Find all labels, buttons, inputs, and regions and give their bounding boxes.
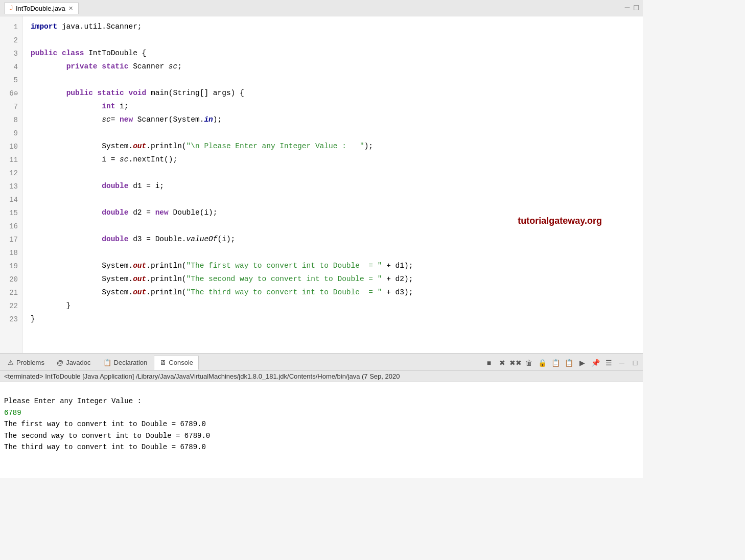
java-file-icon: J <box>10 5 13 12</box>
tab-label-declaration: Declaration <box>114 359 148 366</box>
console-line <box>4 384 639 395</box>
code-line: sc= new Scanner(System.in); <box>31 113 635 127</box>
tab-area: J IntToDouble.java ✕ <box>4 3 79 14</box>
console-menu-button[interactable]: ☰ <box>603 357 614 368</box>
bottom-panel: ⚠Problems@Javadoc📋Declaration🖥Console ■ … <box>0 354 643 478</box>
remove-all-button[interactable]: ✖✖ <box>510 357 521 368</box>
line-number: 12 <box>0 167 22 180</box>
tab-icon-declaration: 📋 <box>103 359 111 366</box>
tab-label-console: Console <box>169 359 193 366</box>
line-number: 18 <box>0 246 22 260</box>
line-number: 14 <box>0 193 22 206</box>
window-controls: ─ □ <box>625 4 639 12</box>
line-number: 13 <box>0 180 22 193</box>
code-line: i = sc.nextInt(); <box>31 153 635 167</box>
terminate-button[interactable]: ✖ <box>497 357 508 368</box>
run-button[interactable]: ▶ <box>576 357 588 368</box>
line-number: 3 <box>0 47 22 60</box>
line-number: 10 <box>0 140 22 153</box>
code-line <box>31 167 635 180</box>
code-line <box>31 193 635 206</box>
editor-tab[interactable]: J IntToDouble.java ✕ <box>4 3 79 14</box>
title-bar: J IntToDouble.java ✕ ─ □ <box>0 0 643 16</box>
line-number: 15 <box>0 206 22 220</box>
console-tab-console[interactable]: 🖥Console <box>154 356 199 370</box>
code-line: System.out.println("The second way to co… <box>31 273 635 286</box>
line-number: 20 <box>0 273 22 286</box>
code-line: private static Scanner sc; <box>31 60 635 74</box>
terminated-status: <terminated> IntToDouble [Java Applicati… <box>0 371 643 382</box>
line-number: 9 <box>0 127 22 140</box>
line-number: 6⊖ <box>0 87 22 100</box>
line-number: 21 <box>0 286 22 299</box>
line-number: 8 <box>0 113 22 127</box>
console-tab-javadoc[interactable]: @Javadoc <box>51 356 97 370</box>
tab-label-javadoc: Javadoc <box>66 359 90 366</box>
line-number: 19 <box>0 260 22 273</box>
copy-button[interactable]: 📋 <box>550 357 561 368</box>
maximize-button[interactable]: □ <box>634 4 639 12</box>
code-line: double d1 = i; <box>31 180 635 193</box>
code-line: System.out.println("The third way to con… <box>31 286 635 299</box>
code-line <box>31 246 635 260</box>
code-area[interactable]: import java.util.Scanner; public class I… <box>22 16 643 353</box>
console-tabs-bar: ⚠Problems@Javadoc📋Declaration🖥Console ■ … <box>0 354 643 371</box>
minimize-button[interactable]: ─ <box>625 4 630 12</box>
code-line <box>31 74 635 87</box>
console-tab-problems[interactable]: ⚠Problems <box>2 356 50 370</box>
code-line <box>31 127 635 140</box>
console-line: 6789 <box>4 407 639 418</box>
line-number: 2 <box>0 34 22 47</box>
code-line: public class IntToDouble { <box>31 47 635 60</box>
console-tabs-container: ⚠Problems@Javadoc📋Declaration🖥Console <box>2 356 199 370</box>
code-line: public static void main(String[] args) { <box>31 87 635 100</box>
minimize-console-button[interactable]: ─ <box>616 357 627 368</box>
code-line: System.out.println("\n Please Enter any … <box>31 140 635 153</box>
paste-button[interactable]: 📋 <box>563 357 574 368</box>
pin-button[interactable]: 📌 <box>590 357 601 368</box>
line-numbers: 123456⊖7891011121314151617181920212223 <box>0 16 22 353</box>
code-line: System.out.println("The first way to con… <box>31 260 635 273</box>
code-line: } <box>31 299 635 313</box>
code-line <box>31 34 635 47</box>
maximize-console-button[interactable]: □ <box>630 357 641 368</box>
console-line: The first way to convert int to Double =… <box>4 418 639 430</box>
line-number: 5 <box>0 74 22 87</box>
console-line: The third way to convert int to Double =… <box>4 441 639 453</box>
code-line: } <box>31 313 635 326</box>
line-number: 22 <box>0 299 22 313</box>
code-line: import java.util.Scanner; <box>31 20 635 34</box>
console-tab-declaration[interactable]: 📋Declaration <box>98 356 153 370</box>
console-output: Please Enter any Integer Value : 6789The… <box>0 382 643 478</box>
lock-button[interactable]: 🔒 <box>537 357 548 368</box>
code-line: int i; <box>31 100 635 113</box>
console-toolbar: ■ ✖ ✖✖ 🗑 🔒 📋 📋 ▶ 📌 ☰ ─ □ <box>483 357 641 368</box>
line-number: 11 <box>0 153 22 167</box>
line-number: 4 <box>0 60 22 74</box>
clear-console-button[interactable]: 🗑 <box>523 357 534 368</box>
line-number: 23 <box>0 313 22 326</box>
line-number: 7 <box>0 100 22 113</box>
tab-label-problems: Problems <box>16 359 44 366</box>
code-line: double d3 = Double.valueOf(i); <box>31 233 635 246</box>
code-editor: 123456⊖7891011121314151617181920212223 i… <box>0 16 643 354</box>
tab-filename: IntToDouble.java <box>16 5 65 12</box>
console-line: Please Enter any Integer Value : <box>4 395 639 407</box>
watermark: tutorialgateway.org <box>518 216 602 226</box>
stop-button[interactable]: ■ <box>483 357 495 368</box>
line-number: 1 <box>0 20 22 34</box>
tab-icon-console: 🖥 <box>159 359 166 366</box>
console-line: The second way to convert int to Double … <box>4 430 639 441</box>
tab-icon-javadoc: @ <box>57 359 63 366</box>
line-number: 16 <box>0 220 22 233</box>
tab-icon-problems: ⚠ <box>8 359 14 366</box>
tab-close-icon[interactable]: ✕ <box>68 5 73 12</box>
line-number: 17 <box>0 233 22 246</box>
